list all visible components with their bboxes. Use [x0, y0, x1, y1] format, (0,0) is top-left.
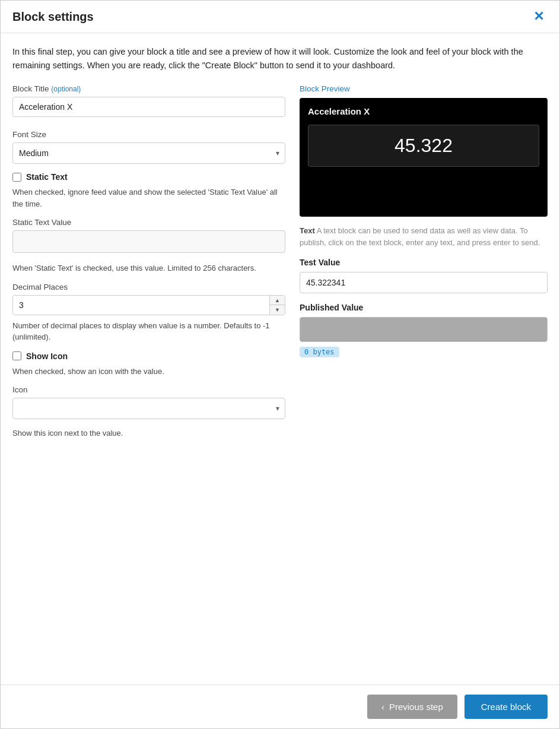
close-icon: ✕ — [533, 9, 544, 24]
block-title-label: Block Title (optional) — [12, 84, 285, 93]
font-size-group: Font Size Small Medium Large ▾ — [12, 130, 285, 164]
block-settings-dialog: Block settings ✕ In this final step, you… — [0, 0, 560, 729]
show-icon-helper: When checked, show an icon with the valu… — [12, 366, 285, 378]
static-text-value-group: Static Text Value — [12, 218, 285, 258]
block-preview-box: Acceleration X 45.322 — [300, 98, 548, 217]
spinner-up-button[interactable]: ▲ — [270, 296, 285, 306]
static-text-label[interactable]: Static Text — [26, 172, 68, 182]
icon-label: Icon — [12, 385, 285, 394]
spinner-up-icon: ▲ — [275, 297, 280, 303]
block-type-desc: Text A text block can be used to send da… — [300, 225, 548, 248]
decimal-places-group: Decimal Places ▲ ▼ — [12, 283, 285, 315]
right-column: Block Preview Acceleration X 45.322 Text… — [300, 84, 548, 357]
dialog-body: In this final step, you can give your bl… — [1, 33, 559, 684]
block-type-name: Text — [300, 226, 315, 235]
intro-text: In this final step, you can give your bl… — [12, 45, 548, 72]
test-value-label: Test Value — [300, 258, 548, 267]
block-title-group: Block Title (optional) — [12, 84, 285, 125]
font-size-select-wrap: Small Medium Large ▾ — [12, 142, 285, 164]
static-text-value-input[interactable] — [12, 230, 285, 253]
optional-label: (optional) — [51, 85, 81, 93]
static-text-row: Static Text — [12, 172, 285, 182]
dialog-header: Block settings ✕ — [1, 1, 559, 33]
two-col-layout: Block Title (optional) Font Size Small M… — [12, 84, 548, 448]
chevron-left-icon: ‹ — [381, 702, 384, 712]
bytes-badge: 0 bytes — [300, 347, 339, 357]
left-column: Block Title (optional) Font Size Small M… — [12, 84, 285, 448]
static-text-value-helper: When 'Static Text' is checked, use this … — [12, 262, 285, 274]
icon-select[interactable] — [12, 398, 285, 419]
icon-helper: Show this icon next to the value. — [12, 427, 285, 439]
spinner-down-icon: ▼ — [275, 307, 280, 313]
create-block-button[interactable]: Create block — [464, 695, 548, 719]
dialog-title: Block settings — [12, 10, 94, 24]
show-icon-checkbox[interactable] — [12, 351, 21, 360]
decimal-places-label: Decimal Places — [12, 283, 285, 291]
previous-step-button[interactable]: ‹ Previous step — [367, 695, 457, 719]
show-icon-label[interactable]: Show Icon — [26, 351, 68, 361]
static-text-helper: When checked, ignore feed value and show… — [12, 186, 285, 210]
spinner-down-button[interactable]: ▼ — [270, 305, 285, 315]
static-text-checkbox[interactable] — [12, 173, 21, 182]
preview-value: 45.322 — [394, 135, 453, 156]
previous-step-label: Previous step — [389, 702, 443, 712]
decimal-places-input-wrap: ▲ ▼ — [12, 295, 285, 315]
preview-label: Block Preview — [300, 84, 548, 93]
decimal-places-input[interactable] — [12, 295, 285, 315]
published-value-box — [300, 317, 548, 342]
icon-group: Icon ▾ — [12, 385, 285, 419]
number-spinners: ▲ ▼ — [269, 296, 285, 315]
block-title-input[interactable] — [12, 97, 285, 117]
close-button[interactable]: ✕ — [530, 9, 548, 24]
show-icon-row: Show Icon — [12, 351, 285, 361]
dialog-footer: ‹ Previous step Create block — [1, 684, 559, 728]
test-value-input[interactable] — [300, 272, 548, 293]
decimal-places-helper: Number of decimal places to display when… — [12, 320, 285, 343]
block-type-description: A text block can be used to send data as… — [300, 226, 540, 247]
preview-title: Acceleration X — [308, 106, 370, 116]
icon-select-wrap: ▾ — [12, 398, 285, 419]
font-size-select[interactable]: Small Medium Large — [12, 142, 285, 164]
create-block-label: Create block — [481, 702, 531, 712]
preview-value-box: 45.322 — [308, 125, 539, 167]
published-value-label: Published Value — [300, 303, 548, 312]
font-size-label: Font Size — [12, 130, 285, 139]
static-text-value-label: Static Text Value — [12, 218, 285, 227]
